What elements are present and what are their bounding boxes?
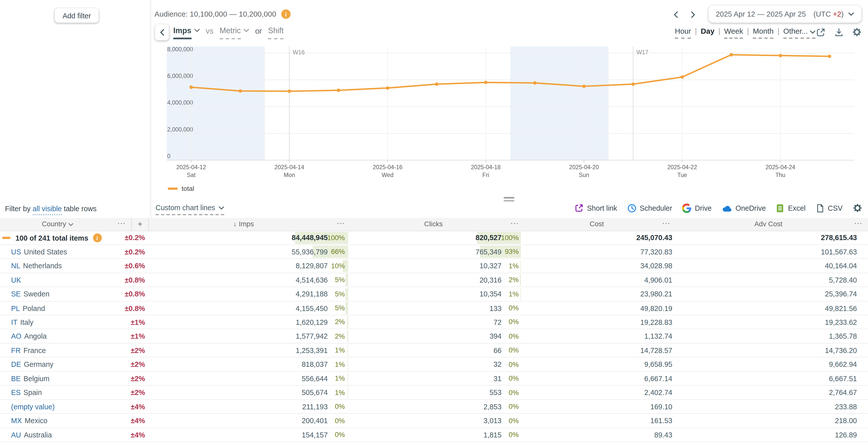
table-total-row[interactable]: 100 of 241 total itemsi±0.2%84,448,94510… [0,231,868,245]
table-row[interactable]: ESSpain±2%505,6741%5530%2,402.742,764.67 [0,386,868,400]
country-cell[interactable]: BEBelgium [11,374,50,383]
audience-summary: Audience: 10,100,000 — 10,200,000 i [154,9,290,19]
primary-metric-dropdown[interactable]: Imps [173,26,200,39]
table-row[interactable]: AUAustralia±4%154,1570%1,8150%89.43126.8… [0,428,868,442]
table-row[interactable]: BEBelgium±2%556,6441%310%6,667.146,667.5… [0,372,868,386]
collapse-chart-button[interactable] [155,24,169,40]
data-point[interactable] [681,75,684,79]
country-code-link[interactable]: DE [11,360,21,369]
adv-cost-column-menu-icon[interactable]: ··· [855,218,863,231]
data-point[interactable] [730,53,733,57]
table-row[interactable]: ITItaly±1%1,620,1292%720%19,228.8319,233… [0,315,868,329]
country-code-link[interactable]: AU [11,431,21,439]
country-code-link[interactable]: MX [11,417,22,425]
compare-metric-dropdown[interactable]: Metric [220,26,249,39]
country-cell[interactable]: NLNetherlands [11,262,62,270]
total-info-icon[interactable]: i [93,234,102,242]
granularity-option-month[interactable]: Month [753,27,774,39]
table-row[interactable]: MXMexico±4%200,4010%3,0130%161.53218.00 [0,414,868,428]
table-row[interactable]: DEGermany±2%818,0371%320%9,658.959,662.9… [0,357,868,372]
export-excel-button[interactable]: Excel [776,203,806,213]
data-point[interactable] [337,89,340,92]
download-icon[interactable] [833,27,844,38]
export-short-link-button[interactable]: Short link [575,204,617,212]
custom-chart-lines-dropdown[interactable]: Custom chart lines [155,204,224,215]
table-row[interactable]: USUnited States±0.2%55,936,79966%765,349… [0,245,868,259]
date-next-button[interactable] [687,8,699,20]
data-point[interactable] [386,86,390,90]
add-column-button[interactable]: + [131,218,149,231]
y-axis-tick-label: 2,000,000 [167,126,193,133]
table-row[interactable]: NLNetherlands±0.6%8,129,80710%10,3271%34… [0,259,868,273]
country-code-link[interactable]: PL [11,304,20,312]
data-point[interactable] [533,81,537,85]
data-point[interactable] [779,54,782,57]
granularity-option-other[interactable]: Other... [783,27,815,39]
audience-info-icon[interactable]: i [281,9,290,19]
country-code-link[interactable]: SE [11,290,21,298]
clicks-column-menu-icon[interactable]: ··· [511,218,519,231]
table-row[interactable]: SESweden±0.8%4,291,1885%10,3541%23,980.2… [0,287,868,301]
resize-handle[interactable] [504,197,514,203]
country-cell[interactable]: (empty value) [11,403,55,411]
country-cell[interactable]: AOAngola [11,332,46,340]
country-cell[interactable]: MXMexico [11,417,48,425]
country-cell[interactable]: USUnited States [11,248,67,256]
country-code-link[interactable]: UK [11,276,21,284]
gear-icon[interactable] [851,27,863,38]
country-cell[interactable]: DEGermany [11,360,53,369]
data-point[interactable] [435,82,438,86]
country-code-link[interactable]: ES [11,388,21,397]
table-row[interactable]: PLPoland±0.8%4,155,4505%1330%49,820.1949… [0,301,868,315]
country-code-link[interactable]: AO [11,332,21,340]
imps-column-menu-icon[interactable]: ··· [337,218,345,231]
shift-option[interactable]: Shift [268,26,284,39]
date-prev-button[interactable] [670,8,682,20]
column-header-cost[interactable]: Cost [590,218,604,231]
export-drive-button[interactable]: Drive [682,203,712,213]
country-code-link[interactable]: FR [11,346,21,354]
data-point[interactable] [582,84,586,88]
clicks-pct-value: 0% [497,417,519,424]
table-row[interactable]: FRFrance±2%1,253,3911%660%14,728.5714,73… [0,343,868,357]
country-cell[interactable]: UK [11,276,21,284]
add-filter-button[interactable]: Add filter [55,8,99,23]
export-onedrive-button[interactable]: OneDrive [721,204,766,212]
table-row[interactable]: AOAngola±1%1,577,9422%3940%1,132.741,365… [0,329,868,343]
country-code-link[interactable]: NL [11,262,20,270]
country-cell[interactable]: AUAustralia [11,431,52,439]
data-point[interactable] [239,89,242,93]
data-point[interactable] [828,55,831,58]
data-point[interactable] [287,90,291,93]
legend-item-total[interactable]: total [168,185,194,193]
granularity-option-hour[interactable]: Hour [675,27,691,39]
export-scheduler-button[interactable]: Scheduler [627,203,672,213]
data-point[interactable] [484,81,488,84]
cost-column-menu-icon[interactable]: ··· [662,218,671,231]
country-cell[interactable]: SESweden [11,290,50,298]
country-cell[interactable]: ITItaly [11,318,33,326]
country-column-menu-icon[interactable]: ··· [118,218,126,231]
granularity-option-day[interactable]: Day [701,27,714,35]
country-cell[interactable]: PLPoland [11,304,45,312]
country-cell[interactable]: ESSpain [11,388,42,397]
country-code-link[interactable]: BE [11,374,21,383]
x-axis-weekday-label: Tue [677,172,687,178]
table-row[interactable]: UK±0.8%4,514,6365%20,3162%4,906.015,728.… [0,273,868,287]
filter-scope-link[interactable]: all visible [32,205,62,215]
granularity-option-week[interactable]: Week [724,27,743,39]
column-header-clicks[interactable]: Clicks [424,218,442,231]
table-row[interactable]: (empty value)±4%211,1930%2,8530%169.1023… [0,400,868,414]
column-header-imps[interactable]: ↓ Imps [233,218,254,231]
open-in-new-icon[interactable] [815,27,826,38]
country-code-link[interactable]: IT [11,318,18,326]
table-settings-button[interactable] [852,203,863,213]
export-csv-button[interactable]: CSV [816,203,843,213]
country-cell[interactable]: FRFrance [11,346,46,354]
data-point[interactable] [189,86,193,89]
date-range-picker[interactable]: 2025 Apr 12 — 2025 Apr 25 (UTC +2) [709,5,861,23]
data-point[interactable] [631,82,635,86]
country-code-link[interactable]: US [11,248,21,256]
column-header-country[interactable]: Country [42,218,73,231]
column-header-adv-cost[interactable]: Adv Cost [754,218,782,231]
